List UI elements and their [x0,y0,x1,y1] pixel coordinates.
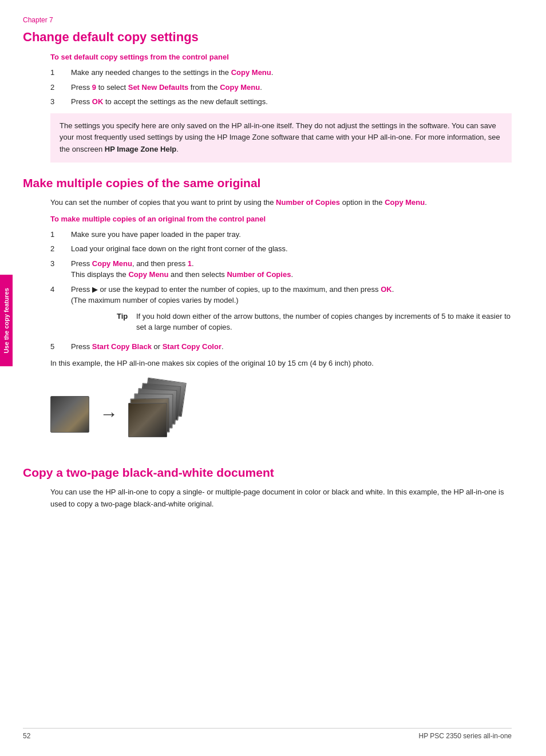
section2-subsection-title: To make multiple copies of an original f… [50,215,512,223]
section1-steps: 1 Make any needed changes to the setting… [50,67,512,108]
highlight-start-copy-black: Start Copy Black [92,342,152,351]
highlight-copy-menu-5: Copy Menu [128,270,168,279]
step-2-5: 5 Press Start Copy Black or Start Copy C… [50,341,512,353]
step-2-3: 3 Press Copy Menu, and then press 1. Thi… [50,258,512,280]
highlight-copy-menu-4: Copy Menu [92,259,132,268]
tip-box: Tip If you hold down either of the arrow… [117,311,512,333]
tip-text: If you hold down either of the arrow but… [136,311,512,333]
sidebar-tab: Use the copy features [0,275,13,366]
original-photo [50,396,89,433]
highlight-copy-menu-3: Copy Menu [385,198,425,207]
highlight-hp-image-zone: HP Image Zone Help [105,145,176,153]
step-2-1: 1 Make sure you have paper loaded in the… [50,229,512,240]
footer-product-name: HP PSC 2350 series all-in-one [418,732,512,740]
highlight-copy-menu-2: Copy Menu [220,83,260,92]
highlight-ok-2: OK [381,285,392,294]
highlight-number-of-copies-2: Number of Copies [227,270,291,279]
highlight-9: 9 [92,83,96,92]
footer-page-number: 52 [23,732,30,740]
step-2-2: 2 Load your original face down on the ri… [50,243,512,255]
tip-label: Tip [117,311,133,333]
highlight-set-new-defaults: Set New Defaults [128,83,188,92]
highlight-1: 1 [188,259,192,268]
section1-title: Change default copy settings [23,30,512,45]
step-1-1: 1 Make any needed changes to the setting… [50,67,512,78]
section3-title: Copy a two-page black-and-white document [23,466,512,480]
photo-copies-stack [128,380,191,449]
footer: 52 HP PSC 2350 series all-in-one [23,728,512,740]
section3-intro: You can use the HP all-in-one to copy a … [50,486,512,510]
section1-subsection-title: To set default copy settings from the co… [50,53,512,61]
sidebar-label: Use the copy features [3,288,10,353]
note-box: The settings you specify here are only s… [50,113,512,163]
step-1-2: 2 Press 9 to select Set New Defaults fro… [50,82,512,93]
content-area: Chapter 7 Change default copy settings T… [23,0,512,510]
photo-diagram: → [50,380,512,449]
note-text: The settings you specify here are only s… [60,121,500,154]
highlight-start-copy-color: Start Copy Color [163,342,221,351]
section2-intro: You can set the number of copies that yo… [50,197,512,209]
arrow-right: → [100,403,118,425]
highlight-number-of-copies: Number of Copies [276,198,340,207]
page: Use the copy features Chapter 7 Change d… [0,0,546,756]
chapter-label: Chapter 7 [23,16,512,24]
highlight-ok-1: OK [92,97,104,106]
step-1-3: 3 Press OK to accept the settings as the… [50,96,512,108]
after-step5-text: In this example, the HP all-in-one makes… [50,358,512,370]
step-2-4: 4 Press ▶ or use the keypad to enter the… [50,284,512,338]
section2-title: Make multiple copies of the same origina… [23,176,512,190]
section2-steps: 1 Make sure you have paper loaded in the… [50,229,512,353]
highlight-copy-menu-1: Copy Menu [231,68,271,77]
